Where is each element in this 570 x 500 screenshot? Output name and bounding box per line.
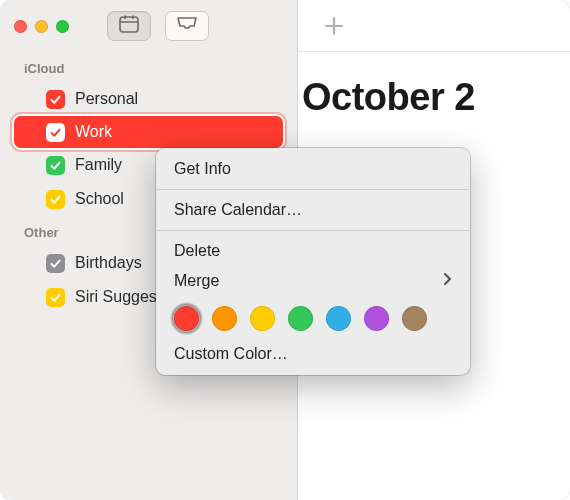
color-swatch[interactable] <box>250 306 275 331</box>
menu-item-label: Custom Color… <box>174 345 288 363</box>
calendar-label: Work <box>75 123 112 141</box>
zoom-button[interactable] <box>56 20 69 33</box>
menu-separator <box>157 189 469 190</box>
titlebar <box>0 0 297 52</box>
window-controls <box>14 20 69 33</box>
app-window: iCloudPersonalWorkFamilySchoolOtherBirth… <box>0 0 570 500</box>
color-swatch-row <box>156 296 470 339</box>
add-event-button[interactable] <box>322 14 346 38</box>
calendar-checkbox[interactable] <box>46 156 65 175</box>
section-header: iCloud <box>0 52 297 82</box>
menu-item-label: Get Info <box>174 160 231 178</box>
menu-item-submenu[interactable]: Merge <box>156 266 470 296</box>
calendar-checkbox[interactable] <box>46 190 65 209</box>
color-swatch[interactable] <box>326 306 351 331</box>
main-toolbar <box>298 0 570 52</box>
toolbar-buttons <box>107 11 209 41</box>
color-swatch[interactable] <box>174 306 199 331</box>
month-title: October 2 <box>298 52 570 119</box>
minimize-button[interactable] <box>35 20 48 33</box>
menu-item[interactable]: Share Calendar… <box>156 195 470 225</box>
calendar-label: Personal <box>75 90 138 108</box>
color-swatch[interactable] <box>402 306 427 331</box>
calendars-toggle-button[interactable] <box>107 11 151 41</box>
calendar-checkbox[interactable] <box>46 123 65 142</box>
calendar-item[interactable]: Work <box>14 116 283 148</box>
calendar-checkbox[interactable] <box>46 288 65 307</box>
color-swatch[interactable] <box>212 306 237 331</box>
calendar-item[interactable]: Personal <box>0 82 297 116</box>
inbox-button[interactable] <box>165 11 209 41</box>
menu-separator <box>157 230 469 231</box>
calendar-icon <box>119 15 139 37</box>
menu-item-label: Delete <box>174 242 220 260</box>
menu-item[interactable]: Get Info <box>156 154 470 184</box>
menu-item-label: Merge <box>174 272 219 290</box>
inbox-icon <box>176 16 198 36</box>
chevron-right-icon <box>443 272 452 290</box>
color-swatch[interactable] <box>288 306 313 331</box>
color-swatch[interactable] <box>364 306 389 331</box>
context-menu: Get InfoShare Calendar…DeleteMergeCustom… <box>156 148 470 375</box>
calendar-label: Family <box>75 156 122 174</box>
calendar-checkbox[interactable] <box>46 254 65 273</box>
menu-item[interactable]: Custom Color… <box>156 339 470 369</box>
svg-rect-0 <box>120 17 138 32</box>
calendar-label: School <box>75 190 124 208</box>
close-button[interactable] <box>14 20 27 33</box>
menu-item[interactable]: Delete <box>156 236 470 266</box>
calendar-checkbox[interactable] <box>46 90 65 109</box>
calendar-label: Birthdays <box>75 254 142 272</box>
menu-item-label: Share Calendar… <box>174 201 302 219</box>
